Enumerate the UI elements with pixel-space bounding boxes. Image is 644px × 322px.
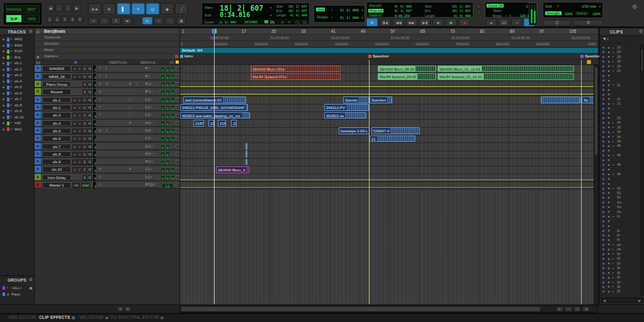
automation-line[interactable]: [180, 86, 599, 87]
pan-indicator[interactable]: p: [171, 74, 175, 79]
mute-button[interactable]: M: [88, 82, 92, 87]
clip-list-item[interactable]: ▶: [600, 219, 640, 224]
marker-label[interactable]: Spection: [373, 54, 388, 58]
clip-play-icon[interactable]: ▶: [608, 252, 610, 255]
solo-button[interactable]: S: [82, 66, 87, 71]
clip-footsteps-2-04-l[interactable]: footsteps 2-04.L: [339, 127, 370, 134]
tempo-note-icon[interactable]: ♩: [506, 13, 509, 17]
track-name[interactable]: sfx.3: [42, 112, 71, 118]
tracks-panel-menu-icon[interactable]: ⚙: [29, 29, 33, 34]
clip-play-icon[interactable]: ▶: [608, 55, 610, 58]
clip-play-icon[interactable]: ▶: [608, 46, 610, 49]
clip-526647-4[interactable]: 526647-4: [371, 127, 420, 134]
sidebar-track-item[interactable]: ▸Rvb: [0, 55, 35, 60]
clip-list-item[interactable]: ▶▸20: [600, 55, 640, 59]
clip-expand-icon[interactable]: ▸: [613, 285, 614, 288]
volume-indicator[interactable]: v: [161, 152, 165, 156]
volume-readout[interactable]: 0.0: [162, 183, 173, 188]
volume-indicator[interactable]: v: [161, 137, 165, 141]
volume-indicator[interactable]: v: [161, 175, 165, 180]
return-to-zero-button[interactable]: ▮◀: [380, 18, 391, 26]
track-color-tab[interactable]: [35, 151, 41, 157]
group-item[interactable]: !<ALL>▣: [0, 285, 35, 291]
marker-flag-icon[interactable]: [180, 55, 183, 58]
io-assignment[interactable]: H 1 ↑: [145, 158, 162, 165]
clip-list-item[interactable]: ▶: [600, 168, 640, 172]
clip-unnamed[interactable]: [246, 159, 247, 166]
solo-button[interactable]: S: [82, 152, 87, 157]
track-name[interactable]: Intro Delay: [42, 175, 71, 181]
clip-expand-icon[interactable]: ▸: [613, 50, 614, 54]
clip-expand-icon[interactable]: ▸: [613, 135, 614, 138]
marker-flag-icon[interactable]: [368, 55, 371, 58]
clip-list-item[interactable]: ▶▾21: [600, 69, 640, 73]
pan-indicator[interactable]: p: [171, 168, 175, 172]
track-name[interactable]: sfx.6: [42, 135, 71, 142]
record-arm-button[interactable]: ●: [72, 136, 77, 141]
track-name[interactable]: sfx.5: [42, 128, 71, 134]
clip-play-icon[interactable]: ▶: [608, 50, 610, 54]
pan-indicator[interactable]: p: [166, 82, 170, 86]
link-function-button-2[interactable]: →: [165, 17, 175, 25]
clip-play-icon[interactable]: ▶: [608, 210, 610, 213]
input-monitor-button[interactable]: I: [77, 105, 82, 110]
clip-expand-icon[interactable]: ▸: [613, 46, 614, 49]
nudge-value[interactable]: 0| 1| 000: [340, 16, 359, 20]
solo-button[interactable]: S: [82, 105, 87, 110]
clip-play-icon[interactable]: ▶: [608, 219, 610, 222]
solo-button[interactable]: S: [82, 175, 87, 180]
track-show-dot[interactable]: [3, 117, 4, 118]
input-monitor-button[interactable]: I: [77, 98, 82, 103]
clip-unnamed[interactable]: [541, 96, 580, 103]
pan-indicator[interactable]: p: [171, 129, 175, 133]
timeline-insertion-icon[interactable]: [264, 20, 268, 23]
quantize-button[interactable]: Q: [543, 20, 571, 26]
track-name[interactable]: sfx.4: [42, 120, 71, 127]
pan-indicator[interactable]: p: [166, 67, 170, 71]
clip-list-item[interactable]: ▶▸Sf: [600, 256, 640, 261]
clip-play-icon[interactable]: ▶: [608, 79, 610, 82]
clip-play-icon[interactable]: ▶: [608, 280, 610, 284]
edit-mode-slip-button[interactable]: SLIP: [6, 14, 22, 23]
clip-spectio[interactable]: Spectio: [343, 96, 369, 103]
mute-button[interactable]: M: [88, 89, 92, 95]
edit-mode-grid-button[interactable]: GRID: [23, 14, 40, 23]
track-gear-icon[interactable]: [37, 113, 39, 116]
track-name[interactable]: S440006: [42, 66, 71, 72]
clip-list-item[interactable]: ▶▸34: [600, 130, 640, 134]
clip-play-icon[interactable]: ▶: [608, 116, 610, 119]
clip-play-icon[interactable]: ▶: [608, 234, 610, 237]
clip-list-item[interactable]: ▶▸Sf: [600, 262, 640, 266]
mute-button[interactable]: M: [88, 159, 92, 164]
pre-roll-label[interactable]: Pre-roll: [368, 4, 382, 8]
group-edit-icon[interactable]: ▣: [29, 285, 33, 290]
zoom-preset-5-button[interactable]: 5: [77, 16, 83, 23]
clip-list-item[interactable]: ▶52: [600, 191, 640, 195]
fast-forward-button[interactable]: ▶▶: [406, 18, 417, 26]
track-gear-icon[interactable]: [37, 67, 39, 69]
track-gear-icon[interactable]: [37, 129, 39, 132]
selector-tool-button[interactable]: ▍: [117, 3, 130, 14]
edit-horizontal-scrollbar[interactable]: ▸ − + ◂: [179, 305, 598, 313]
zoom-in-button[interactable]: +: [573, 306, 581, 312]
pan-indicator[interactable]: p: [171, 175, 175, 180]
counter-expand-button-bottom[interactable]: [477, 10, 482, 15]
track-show-dot[interactable]: [3, 81, 4, 83]
sidebar-track-item[interactable]: ▸sfx.9: [0, 108, 35, 114]
clip-list-item[interactable]: ▶: [600, 224, 640, 228]
record-arm-button[interactable]: ●: [72, 121, 77, 126]
groups-panel-menu-icon[interactable]: ⚙: [29, 277, 33, 282]
pan-indicator[interactable]: p: [166, 113, 170, 118]
sidebar-track-item[interactable]: ▸sfx.3: [0, 72, 35, 78]
track-name[interactable]: Reverb: [42, 89, 71, 95]
track-gear-icon[interactable]: [37, 90, 39, 93]
solo-button[interactable]: S: [82, 82, 87, 87]
automation-line[interactable]: [180, 187, 599, 188]
metronome-button[interactable]: ▲: [486, 18, 497, 26]
track-color-tab[interactable]: [35, 88, 41, 95]
pan-indicator[interactable]: p: [171, 98, 175, 102]
pan-indicator[interactable]: p: [171, 67, 175, 71]
clip-play-icon[interactable]: ▶: [608, 83, 610, 86]
input-monitor-button[interactable]: I: [77, 74, 82, 79]
input-monitor-button[interactable]: I: [77, 136, 82, 141]
